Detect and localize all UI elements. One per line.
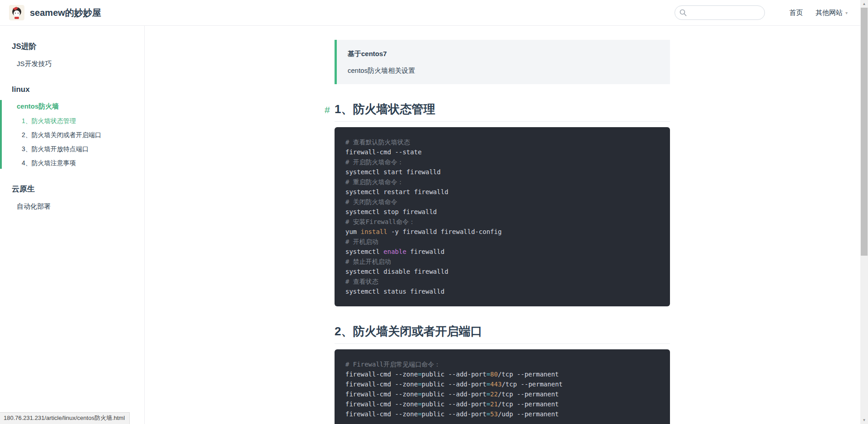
chevron-down-icon: ▾	[845, 10, 848, 15]
heading-anchor-link[interactable]: #	[325, 102, 330, 118]
sidebar-item-row: JS开发技巧	[0, 56, 144, 71]
sidebar-group: JS进阶 JS开发技巧	[0, 41, 144, 71]
main-content: 基于centos7 centos防火墙相关设置 # 1、防火墙状态管理 # 查看…	[335, 26, 670, 424]
section-heading: # 2、防火墙关闭或者开启端口	[335, 324, 670, 344]
sidebar-item[interactable]: JS开发技巧	[0, 56, 144, 71]
code-line: yum install -y firewalld firewalld-confi…	[345, 227, 659, 237]
search-box	[675, 5, 765, 20]
section-heading-text: 1、防火墙状态管理	[335, 102, 435, 116]
sidebar-item-row: 自动化部署	[0, 199, 144, 214]
sidebar-subitem-list: 1、防火墙状态管理 2、防火墙关闭或者开启端口 3、防火墙开放特点端口 4、防火…	[0, 114, 144, 170]
sidebar-item-list: JS开发技巧	[0, 56, 144, 71]
code-line: # 关闭防火墙命令	[345, 197, 659, 207]
site-logo[interactable]	[9, 5, 24, 20]
site-title[interactable]: seamew的妙妙屋	[30, 7, 101, 19]
section-heading: # 1、防火墙状态管理	[335, 101, 670, 122]
nav-link-home[interactable]: 首页	[789, 9, 803, 17]
code-line: firewall-cmd --zone=public --add-port=22…	[345, 389, 659, 399]
code-line: systemctl disable firewalld	[345, 267, 659, 276]
code-line: firewall-cmd --zone=public --add-port=53…	[345, 409, 659, 419]
nav-link-other-sites-label: 其他网站	[816, 9, 843, 17]
status-bar-url: 180.76.231.231/article/linux/centos防火墙.h…	[0, 412, 130, 424]
code-line: # 禁止开机启动	[345, 257, 659, 267]
sidebar-subitem-row: 4、防火墙注意事项	[0, 156, 144, 170]
code-line: firewall-cmd --state	[345, 147, 659, 157]
sidebar-subitem-row: 2、防火墙关闭或者开启端口	[0, 128, 144, 142]
sidebar-group: linux centos防火墙 1、防火墙状态管理 2、防火墙关闭或者开启端口 …	[0, 85, 144, 170]
sidebar-item-list: 自动化部署	[0, 199, 144, 214]
nav-link-home-label: 首页	[789, 9, 803, 17]
sidebar-group-heading: 云原生	[0, 184, 144, 199]
sidebar-group: 云原生 自动化部署	[0, 184, 144, 214]
sidebar-item-list: centos防火墙 1、防火墙状态管理 2、防火墙关闭或者开启端口 3、防火墙开…	[0, 99, 144, 170]
sidebar-subitem[interactable]: 4、防火墙注意事项	[0, 156, 144, 170]
page-scrollbar[interactable]: ▲ ▼	[860, 0, 868, 424]
sections: # 1、防火墙状态管理 # 查看默认防火墙状态firewall-cmd --st…	[335, 101, 670, 424]
search-input[interactable]	[675, 5, 765, 20]
sidebar-group-heading: JS进阶	[0, 41, 144, 56]
scroll-up-icon[interactable]: ▲	[860, 0, 868, 8]
tip-block: 基于centos7 centos防火墙相关设置	[335, 40, 670, 84]
sidebar-item[interactable]: centos防火墙	[0, 99, 144, 114]
code-line: # 开机启动	[345, 237, 659, 247]
sidebar-subitem[interactable]: 3、防火墙开放特点端口	[0, 142, 144, 156]
section-heading-text: 2、防火墙关闭或者开启端口	[335, 324, 482, 338]
search-icon	[679, 9, 687, 16]
code-line: firewall-cmd --zone=public --add-port=21…	[345, 399, 659, 409]
code-line: # Firewall开启常见端口命令：	[345, 359, 659, 369]
code-block: # 查看默认防火墙状态firewall-cmd --state# 开启防火墙命令…	[335, 127, 670, 306]
sidebar-subitem-row: 1、防火墙状态管理	[0, 114, 144, 128]
code-line: # 查看状态	[345, 276, 659, 286]
navbar-links: 首页 其他网站 ▾	[777, 9, 848, 17]
code-line: firewall-cmd --zone=public --add-port=80…	[345, 369, 659, 379]
sidebar-subitem[interactable]: 2、防火墙关闭或者开启端口	[0, 128, 144, 142]
code-block: # Firewall开启常见端口命令：firewall-cmd --zone=p…	[335, 349, 670, 424]
sidebar-item[interactable]: 自动化部署	[0, 199, 144, 214]
code-line: # 重启防火墙命令：	[345, 177, 659, 187]
scroll-down-icon[interactable]: ▼	[860, 416, 868, 424]
code-content: # Firewall开启常见端口命令：firewall-cmd --zone=p…	[345, 359, 659, 419]
code-line: systemctl start firewalld	[345, 167, 659, 177]
code-line: firewall-cmd --zone=public --add-port=44…	[345, 379, 659, 389]
doc-section: # 1、防火墙状态管理 # 查看默认防火墙状态firewall-cmd --st…	[335, 101, 670, 306]
code-line: # 安装Firewall命令：	[345, 217, 659, 227]
tip-title: 基于centos7	[348, 49, 659, 58]
navbar: seamew的妙妙屋 首页 其他网站 ▾	[0, 0, 860, 26]
sidebar-group-heading: linux	[0, 85, 144, 99]
code-line: # 查看默认防火墙状态	[345, 137, 659, 147]
code-line: systemctl status firewalld	[345, 286, 659, 296]
sidebar-subitem[interactable]: 1、防火墙状态管理	[0, 114, 144, 128]
sidebar: JS进阶 JS开发技巧 linux centos防火墙 1、防火墙状态管理 2、…	[0, 26, 145, 424]
sidebar-subitem-row: 3、防火墙开放特点端口	[0, 142, 144, 156]
code-line: systemctl stop firewalld	[345, 207, 659, 217]
doc-section: # 2、防火墙关闭或者开启端口 # Firewall开启常见端口命令：firew…	[335, 324, 670, 424]
tip-body: centos防火墙相关设置	[348, 66, 659, 75]
sidebar-item-row: centos防火墙 1、防火墙状态管理 2、防火墙关闭或者开启端口 3、防火墙开…	[0, 99, 144, 170]
code-line: systemctl restart firewalld	[345, 187, 659, 197]
code-content: # 查看默认防火墙状态firewall-cmd --state# 开启防火墙命令…	[345, 137, 659, 296]
nav-link-other-sites[interactable]: 其他网站 ▾	[816, 9, 848, 17]
scrollbar-thumb[interactable]	[861, 8, 868, 256]
code-line: systemctl enable firewalld	[345, 247, 659, 257]
code-line: # 开启防火墙命令：	[345, 157, 659, 167]
